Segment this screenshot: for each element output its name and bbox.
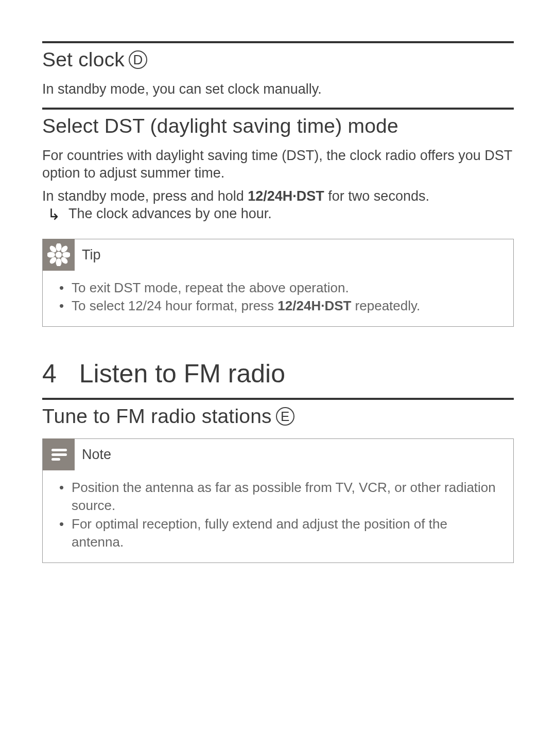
tip-item-post: repeatedly. [351,298,420,313]
note-body: Position the antenna as far as possible … [43,470,513,562]
heading-text: Select DST (daylight saving time) mode [42,115,398,137]
svg-rect-10 [51,453,67,456]
body-text: For countries with daylight saving time … [42,147,514,182]
section-set-clock: Set clock D In standby mode, you can set… [42,41,514,98]
result-line: ↳ The clock advances by one hour. [42,206,514,223]
tip-callout: Tip To exit DST mode, repeat the above o… [42,239,514,327]
svg-rect-11 [51,458,60,461]
svg-point-4 [62,252,70,258]
svg-point-0 [56,252,62,258]
instr-pre: In standby mode, press and hold [42,188,248,204]
ref-letter-icon: E [276,407,294,426]
svg-point-1 [56,243,62,251]
tip-icon [43,239,75,271]
note-label: Note [82,447,111,463]
note-callout: Note Position the antenna as far as poss… [42,438,514,562]
svg-point-2 [56,258,62,266]
instruction-line: In standby mode, press and hold 12/24H·D… [42,187,514,205]
note-item: For optimal reception, fully extend and … [57,515,499,551]
body-text: In standby mode, you can set clock manua… [42,80,514,98]
ref-letter-icon: D [129,50,147,69]
heading-set-clock: Set clock D [42,48,514,71]
tip-item: To select 12/24 hour format, press 12/24… [57,297,499,315]
chapter-heading: 4 Listen to FM radio [42,359,514,389]
result-text: The clock advances by one hour. [68,206,272,222]
chapter-number: 4 [42,359,57,389]
tip-item-pre: To select 12/24 hour format, press [72,298,277,313]
heading-text: Set clock [42,48,125,71]
button-label: 12/24H·DST [248,188,324,204]
button-label: 12/24H·DST [277,298,351,313]
chapter-title: Listen to FM radio [79,359,285,389]
divider [42,41,514,43]
note-item-text: For optimal reception, fully extend and … [72,516,447,550]
callout-tab: Tip [43,239,513,271]
divider [42,398,514,400]
svg-point-3 [47,252,55,258]
heading-text: Tune to FM radio stations [42,405,272,428]
tip-body: To exit DST mode, repeat the above opera… [43,271,513,326]
note-item-text: Position the antenna as far as possible … [72,480,496,513]
svg-rect-9 [51,449,67,451]
tip-item: To exit DST mode, repeat the above opera… [57,279,499,297]
tip-label: Tip [82,247,101,263]
divider [42,108,514,110]
note-icon [43,438,75,470]
instr-post: for two seconds. [324,188,429,204]
heading-dst: Select DST (daylight saving time) mode [42,115,514,137]
callout-tab: Note [43,438,513,470]
note-item: Position the antenna as far as possible … [57,479,499,515]
section-dst: Select DST (daylight saving time) mode F… [42,108,514,223]
tip-item-text: To exit DST mode, repeat the above opera… [72,280,349,295]
section-tune: Tune to FM radio stations E [42,398,514,428]
result-arrow-icon: ↳ [47,206,60,223]
heading-tune: Tune to FM radio stations E [42,405,514,428]
